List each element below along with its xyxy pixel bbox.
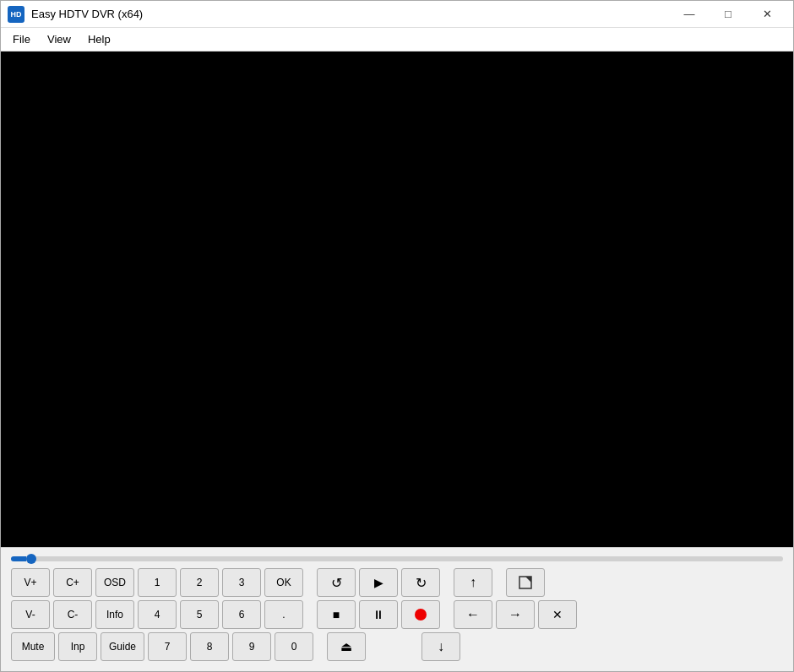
dot-button[interactable]: .	[264, 600, 303, 629]
menu-help[interactable]: Help	[79, 30, 119, 49]
svg-marker-1	[525, 577, 531, 583]
close-button[interactable]: ✕	[748, 1, 786, 28]
up-button[interactable]: ↑	[454, 568, 492, 597]
num-3-button[interactable]: 3	[222, 568, 261, 597]
volume-up-button[interactable]: V+	[11, 568, 50, 597]
down-button[interactable]: ↓	[421, 632, 460, 661]
fullscreen-icon	[519, 576, 532, 589]
menu-file[interactable]: File	[4, 30, 39, 49]
cancel-button[interactable]: ✕	[538, 600, 577, 629]
minimize-button[interactable]: —	[670, 1, 709, 28]
progress-slider[interactable]	[11, 556, 783, 561]
window-title: Easy HDTV DVR (x64)	[31, 8, 143, 20]
volume-down-button[interactable]: V-	[11, 600, 50, 629]
num-2-button[interactable]: 2	[180, 568, 219, 597]
num-8-button[interactable]: 8	[190, 632, 229, 661]
num-1-button[interactable]: 1	[138, 568, 177, 597]
osd-button[interactable]: OSD	[95, 568, 134, 597]
play-button[interactable]: ▶	[359, 568, 398, 597]
pause-button[interactable]: ⏸	[359, 600, 398, 629]
slider-row	[11, 556, 783, 561]
left-button[interactable]: ←	[454, 600, 492, 629]
menu-bar: File View Help	[1, 28, 793, 51]
forward-button[interactable]: ↻	[401, 568, 440, 597]
input-button[interactable]: Inp	[58, 632, 97, 661]
num-0-button[interactable]: 0	[275, 632, 313, 661]
num-5-button[interactable]: 5	[180, 600, 219, 629]
info-button[interactable]: Info	[95, 600, 134, 629]
num-9-button[interactable]: 9	[232, 632, 271, 661]
title-bar-controls: — □ ✕	[670, 1, 786, 28]
channel-down-button[interactable]: C-	[53, 600, 92, 629]
fullscreen-button[interactable]	[506, 568, 545, 597]
num-6-button[interactable]: 6	[222, 600, 261, 629]
guide-button[interactable]: Guide	[101, 632, 144, 661]
button-row-2: V- C- Info 4 5 6 . ■ ⏸ ← → ✕	[11, 600, 783, 629]
num-7-button[interactable]: 7	[148, 632, 187, 661]
title-bar-left: HD Easy HDTV DVR (x64)	[8, 6, 143, 23]
num-4-button[interactable]: 4	[138, 600, 177, 629]
button-row-1: V+ C+ OSD 1 2 3 OK ↺ ▶ ↻ ↑	[11, 568, 783, 597]
title-bar: HD Easy HDTV DVR (x64) — □ ✕	[1, 1, 793, 28]
menu-view[interactable]: View	[39, 30, 79, 49]
record-dot-icon	[415, 609, 427, 621]
app-icon: HD	[8, 6, 24, 23]
mute-button[interactable]: Mute	[11, 632, 55, 661]
app-window: HD Easy HDTV DVR (x64) — □ ✕ File View H…	[0, 0, 794, 672]
right-button[interactable]: →	[496, 600, 535, 629]
ok-button[interactable]: OK	[264, 568, 303, 597]
controls-area: V+ C+ OSD 1 2 3 OK ↺ ▶ ↻ ↑	[1, 547, 793, 671]
buttons-grid: V+ C+ OSD 1 2 3 OK ↺ ▶ ↻ ↑	[11, 568, 783, 661]
maximize-button[interactable]: □	[709, 1, 748, 28]
eject-button[interactable]: ⏏	[327, 632, 366, 661]
record-button[interactable]	[401, 600, 440, 629]
channel-up-button[interactable]: C+	[53, 568, 92, 597]
rewind-button[interactable]: ↺	[317, 568, 356, 597]
stop-button[interactable]: ■	[317, 600, 356, 629]
video-display	[1, 51, 793, 547]
button-row-3: Mute Inp Guide 7 8 9 0 ⏏ ↓	[11, 632, 783, 661]
